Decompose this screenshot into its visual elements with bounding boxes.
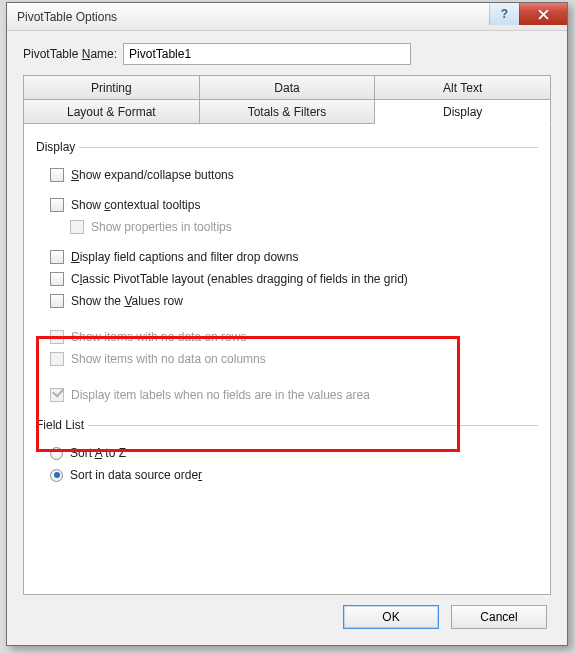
radio-icon: [50, 469, 63, 482]
help-button[interactable]: ?: [489, 3, 519, 25]
dialog-content: PivotTable Name: Printing Data Alt Text …: [7, 31, 567, 645]
tab-panel-display: Display Show expand/collapse buttons Sho…: [23, 124, 551, 595]
checkbox-no-data-rows: Show items with no data on rows: [38, 326, 536, 348]
group-field-list-legend: Field List: [36, 418, 88, 432]
checkbox-no-data-columns: Show items with no data on columns: [38, 348, 536, 370]
dialog-window: PivotTable Options ? PivotTable Name: Pr…: [6, 2, 568, 646]
checkbox-icon: [70, 220, 84, 234]
radio-icon: [50, 447, 63, 460]
tab-totals-filters[interactable]: Totals & Filters: [200, 100, 376, 124]
dialog-title: PivotTable Options: [17, 10, 117, 24]
ok-button[interactable]: OK: [343, 605, 439, 629]
cancel-button[interactable]: Cancel: [451, 605, 547, 629]
tab-alt-text[interactable]: Alt Text: [375, 76, 551, 100]
checkbox-display-field-captions[interactable]: Display field captions and filter drop d…: [38, 246, 536, 268]
tab-printing[interactable]: Printing: [24, 76, 200, 100]
checkbox-icon: [50, 330, 64, 344]
pivottable-name-row: PivotTable Name:: [23, 43, 551, 65]
pivottable-name-input[interactable]: [123, 43, 411, 65]
checkbox-show-contextual-tooltips[interactable]: Show contextual tooltips: [38, 194, 536, 216]
tab-strip: Printing Data Alt Text Layout & Format T…: [23, 75, 551, 124]
radio-sort-a-to-z[interactable]: Sort A to Z: [38, 442, 536, 464]
pivottable-name-label: PivotTable Name:: [23, 47, 117, 61]
checkbox-icon: [50, 168, 64, 182]
checkbox-icon: [50, 250, 64, 264]
checkbox-icon: [50, 272, 64, 286]
tab-layout-format[interactable]: Layout & Format: [24, 100, 200, 124]
dialog-buttons: OK Cancel: [23, 595, 551, 635]
titlebar-controls: ?: [489, 3, 567, 25]
tab-display[interactable]: Display: [375, 100, 551, 124]
tab-data[interactable]: Data: [200, 76, 376, 100]
checkbox-display-item-labels: Display item labels when no fields are i…: [38, 384, 536, 406]
close-icon: [538, 9, 549, 20]
checkbox-show-values-row[interactable]: Show the Values row: [38, 290, 536, 312]
checkbox-icon: [50, 198, 64, 212]
group-display: Display Show expand/collapse buttons Sho…: [36, 140, 538, 410]
group-field-list: Field List Sort A to Z Sort in data sour…: [36, 418, 538, 490]
checkbox-icon: [50, 388, 64, 402]
checkbox-icon: [50, 294, 64, 308]
checkbox-show-properties-tooltips: Show properties in tooltips: [38, 216, 536, 238]
radio-sort-data-source-order[interactable]: Sort in data source order: [38, 464, 536, 486]
titlebar: PivotTable Options ?: [7, 3, 567, 31]
group-display-legend: Display: [36, 140, 79, 154]
checkbox-show-expand-collapse[interactable]: Show expand/collapse buttons: [38, 164, 536, 186]
checkbox-classic-layout[interactable]: Classic PivotTable layout (enables dragg…: [38, 268, 536, 290]
close-button[interactable]: [519, 3, 567, 25]
checkbox-icon: [50, 352, 64, 366]
